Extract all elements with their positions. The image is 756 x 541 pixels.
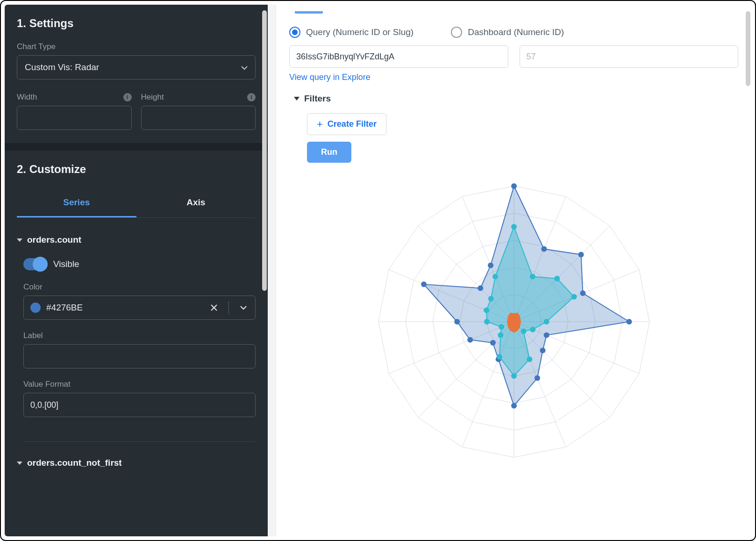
view-in-explore-link[interactable]: View query in Explore (289, 72, 371, 82)
svg-point-47 (511, 373, 517, 379)
svg-point-35 (421, 281, 427, 287)
query-id-input[interactable] (289, 45, 508, 68)
svg-point-32 (490, 340, 495, 346)
settings-panel: 1. Settings Chart Type Custom Vis: Radar… (17, 5, 256, 130)
radio-icon (289, 27, 300, 38)
section-divider (5, 143, 268, 151)
tab-series[interactable]: Series (17, 188, 136, 217)
radio-icon (451, 27, 462, 38)
svg-point-34 (454, 319, 460, 325)
svg-point-23 (541, 246, 547, 252)
separator (228, 301, 229, 314)
svg-point-44 (530, 327, 535, 332)
width-label: Width i (17, 93, 132, 102)
svg-point-39 (511, 224, 517, 230)
color-swatch (30, 303, 41, 313)
filters-header[interactable]: Filters (294, 94, 738, 104)
svg-point-36 (478, 285, 483, 291)
series-header[interactable]: orders.count (17, 235, 256, 245)
svg-point-50 (499, 324, 504, 330)
svg-point-49 (498, 332, 503, 338)
svg-point-22 (511, 183, 517, 189)
height-input[interactable] (141, 106, 256, 130)
customize-panel: 2. Customize Series Axis orders.count (17, 151, 256, 468)
svg-point-26 (626, 319, 632, 325)
visible-toggle[interactable] (23, 258, 47, 270)
label-label: Label (23, 331, 256, 340)
svg-point-41 (554, 276, 560, 281)
value-format-input[interactable] (23, 393, 256, 417)
color-label: Color (23, 282, 256, 292)
settings-title: 1. Settings (17, 17, 256, 30)
series-item: orders.count_not_first (17, 442, 256, 468)
dashboard-id-input[interactable] (520, 45, 739, 68)
label-input[interactable] (23, 344, 256, 368)
svg-point-40 (529, 274, 535, 280)
svg-point-42 (571, 294, 577, 300)
series-name: orders.count (27, 235, 81, 245)
color-value: #4276BE (46, 303, 201, 313)
sidebar-scrollbar[interactable] (261, 5, 268, 536)
svg-point-30 (511, 403, 517, 409)
settings-sidebar: 1. Settings Chart Type Custom Vis: Radar… (5, 5, 268, 536)
svg-point-27 (543, 332, 549, 338)
radar-chart (289, 172, 738, 471)
svg-point-25 (580, 290, 585, 296)
customize-title: 2. Customize (17, 163, 256, 176)
active-tab-indicator (295, 11, 323, 14)
visible-label: Visible (53, 259, 79, 269)
close-icon[interactable] (207, 301, 221, 315)
svg-point-28 (540, 348, 545, 353)
main-panel: Query (Numeric ID or Slug) Dashboard (Nu… (268, 5, 751, 536)
info-icon[interactable]: i (123, 93, 132, 101)
svg-point-45 (521, 329, 526, 334)
source-query-radio[interactable]: Query (Numeric ID or Slug) (289, 27, 414, 38)
svg-point-29 (534, 375, 540, 381)
svg-point-53 (488, 296, 493, 302)
svg-point-52 (484, 308, 489, 313)
svg-point-33 (467, 337, 473, 343)
chevron-down-icon[interactable] (236, 301, 250, 315)
svg-point-48 (496, 354, 502, 360)
run-label: Run (321, 147, 337, 157)
height-label: Height i (141, 93, 256, 102)
dashboard-radio-label: Dashboard (Numeric ID) (468, 27, 564, 37)
query-radio-label: Query (Numeric ID or Slug) (306, 27, 414, 37)
panel-gutter (268, 5, 276, 536)
series-item: orders.count Visible Color #4276BE (17, 218, 256, 442)
series-header[interactable]: orders.count_not_first (17, 458, 256, 468)
create-filter-button[interactable]: + Create Filter (307, 113, 386, 135)
color-input[interactable]: #4276BE (23, 296, 256, 320)
chart-type-select[interactable]: Custom Vis: Radar (17, 55, 256, 79)
width-input[interactable] (17, 106, 132, 130)
svg-point-46 (527, 356, 532, 362)
svg-point-43 (543, 319, 549, 325)
create-filter-label: Create Filter (328, 119, 377, 129)
chevron-down-icon (17, 238, 22, 242)
filters-label: Filters (304, 94, 331, 104)
chart-type-label: Chart Type (17, 42, 256, 51)
value-format-label: Value Format (23, 380, 256, 389)
chevron-down-icon (294, 97, 300, 101)
info-icon[interactable]: i (247, 93, 256, 101)
run-button[interactable]: Run (307, 142, 351, 163)
source-dashboard-radio[interactable]: Dashboard (Numeric ID) (451, 27, 564, 38)
main-scrollbar[interactable] (746, 11, 750, 86)
chart-type-value: Custom Vis: Radar (25, 62, 99, 72)
chevron-down-icon (241, 62, 248, 72)
customize-tabs: Series Axis (17, 188, 256, 218)
svg-point-24 (578, 252, 584, 257)
svg-point-37 (488, 262, 493, 268)
svg-point-54 (492, 274, 498, 280)
svg-point-51 (484, 319, 490, 325)
chevron-down-icon (17, 462, 22, 465)
series-name: orders.count_not_first (27, 458, 122, 468)
tab-axis[interactable]: Axis (136, 188, 256, 217)
